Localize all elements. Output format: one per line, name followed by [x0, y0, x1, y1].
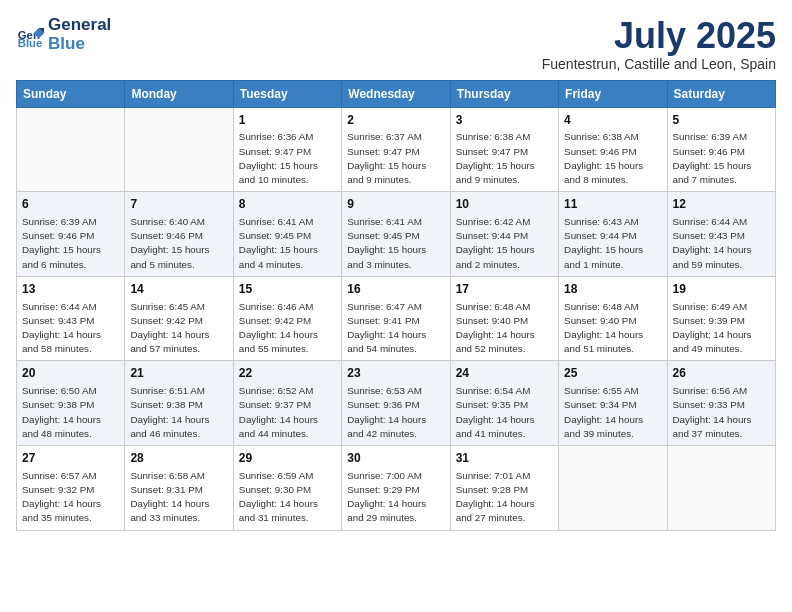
day-cell: 27Sunrise: 6:57 AM Sunset: 9:32 PM Dayli…	[17, 446, 125, 531]
day-number: 1	[239, 112, 336, 129]
weekday-header-saturday: Saturday	[667, 80, 775, 107]
day-cell: 30Sunrise: 7:00 AM Sunset: 9:29 PM Dayli…	[342, 446, 450, 531]
day-detail: Sunrise: 6:38 AM Sunset: 9:47 PM Dayligh…	[456, 130, 553, 187]
day-cell: 18Sunrise: 6:48 AM Sunset: 9:40 PM Dayli…	[559, 276, 667, 361]
day-cell: 4Sunrise: 6:38 AM Sunset: 9:46 PM Daylig…	[559, 107, 667, 192]
day-detail: Sunrise: 6:55 AM Sunset: 9:34 PM Dayligh…	[564, 384, 661, 441]
day-cell: 22Sunrise: 6:52 AM Sunset: 9:37 PM Dayli…	[233, 361, 341, 446]
weekday-header-wednesday: Wednesday	[342, 80, 450, 107]
day-number: 15	[239, 281, 336, 298]
day-cell: 14Sunrise: 6:45 AM Sunset: 9:42 PM Dayli…	[125, 276, 233, 361]
day-number: 17	[456, 281, 553, 298]
day-detail: Sunrise: 6:59 AM Sunset: 9:30 PM Dayligh…	[239, 469, 336, 526]
day-number: 14	[130, 281, 227, 298]
day-detail: Sunrise: 6:45 AM Sunset: 9:42 PM Dayligh…	[130, 300, 227, 357]
day-cell: 29Sunrise: 6:59 AM Sunset: 9:30 PM Dayli…	[233, 446, 341, 531]
calendar: SundayMondayTuesdayWednesdayThursdayFrid…	[16, 80, 776, 531]
day-cell	[559, 446, 667, 531]
day-detail: Sunrise: 7:00 AM Sunset: 9:29 PM Dayligh…	[347, 469, 444, 526]
day-detail: Sunrise: 6:46 AM Sunset: 9:42 PM Dayligh…	[239, 300, 336, 357]
day-number: 22	[239, 365, 336, 382]
day-detail: Sunrise: 6:56 AM Sunset: 9:33 PM Dayligh…	[673, 384, 770, 441]
day-detail: Sunrise: 7:01 AM Sunset: 9:28 PM Dayligh…	[456, 469, 553, 526]
day-number: 12	[673, 196, 770, 213]
day-cell: 24Sunrise: 6:54 AM Sunset: 9:35 PM Dayli…	[450, 361, 558, 446]
day-detail: Sunrise: 6:50 AM Sunset: 9:38 PM Dayligh…	[22, 384, 119, 441]
day-cell: 16Sunrise: 6:47 AM Sunset: 9:41 PM Dayli…	[342, 276, 450, 361]
week-row-1: 1Sunrise: 6:36 AM Sunset: 9:47 PM Daylig…	[17, 107, 776, 192]
day-detail: Sunrise: 6:39 AM Sunset: 9:46 PM Dayligh…	[673, 130, 770, 187]
day-detail: Sunrise: 6:44 AM Sunset: 9:43 PM Dayligh…	[22, 300, 119, 357]
day-detail: Sunrise: 6:42 AM Sunset: 9:44 PM Dayligh…	[456, 215, 553, 272]
day-detail: Sunrise: 6:38 AM Sunset: 9:46 PM Dayligh…	[564, 130, 661, 187]
day-detail: Sunrise: 6:57 AM Sunset: 9:32 PM Dayligh…	[22, 469, 119, 526]
day-number: 19	[673, 281, 770, 298]
day-detail: Sunrise: 6:40 AM Sunset: 9:46 PM Dayligh…	[130, 215, 227, 272]
day-cell: 12Sunrise: 6:44 AM Sunset: 9:43 PM Dayli…	[667, 192, 775, 277]
day-cell: 1Sunrise: 6:36 AM Sunset: 9:47 PM Daylig…	[233, 107, 341, 192]
day-number: 20	[22, 365, 119, 382]
day-number: 26	[673, 365, 770, 382]
day-cell: 6Sunrise: 6:39 AM Sunset: 9:46 PM Daylig…	[17, 192, 125, 277]
day-cell: 3Sunrise: 6:38 AM Sunset: 9:47 PM Daylig…	[450, 107, 558, 192]
day-number: 4	[564, 112, 661, 129]
weekday-header-monday: Monday	[125, 80, 233, 107]
day-cell: 21Sunrise: 6:51 AM Sunset: 9:38 PM Dayli…	[125, 361, 233, 446]
logo-line1: General	[48, 16, 111, 35]
day-cell: 20Sunrise: 6:50 AM Sunset: 9:38 PM Dayli…	[17, 361, 125, 446]
day-number: 7	[130, 196, 227, 213]
day-detail: Sunrise: 6:54 AM Sunset: 9:35 PM Dayligh…	[456, 384, 553, 441]
weekday-header-friday: Friday	[559, 80, 667, 107]
day-detail: Sunrise: 6:36 AM Sunset: 9:47 PM Dayligh…	[239, 130, 336, 187]
logo: Gen Blue General Blue	[16, 16, 111, 53]
day-number: 5	[673, 112, 770, 129]
day-number: 6	[22, 196, 119, 213]
day-cell: 17Sunrise: 6:48 AM Sunset: 9:40 PM Dayli…	[450, 276, 558, 361]
svg-text:Blue: Blue	[18, 37, 43, 49]
day-cell	[125, 107, 233, 192]
week-row-3: 13Sunrise: 6:44 AM Sunset: 9:43 PM Dayli…	[17, 276, 776, 361]
month-title: July 2025	[542, 16, 776, 56]
day-number: 30	[347, 450, 444, 467]
day-cell: 9Sunrise: 6:41 AM Sunset: 9:45 PM Daylig…	[342, 192, 450, 277]
weekday-header-tuesday: Tuesday	[233, 80, 341, 107]
day-detail: Sunrise: 6:48 AM Sunset: 9:40 PM Dayligh…	[456, 300, 553, 357]
day-number: 25	[564, 365, 661, 382]
week-row-4: 20Sunrise: 6:50 AM Sunset: 9:38 PM Dayli…	[17, 361, 776, 446]
day-detail: Sunrise: 6:53 AM Sunset: 9:36 PM Dayligh…	[347, 384, 444, 441]
day-number: 11	[564, 196, 661, 213]
day-detail: Sunrise: 6:48 AM Sunset: 9:40 PM Dayligh…	[564, 300, 661, 357]
day-number: 10	[456, 196, 553, 213]
day-number: 29	[239, 450, 336, 467]
day-detail: Sunrise: 6:52 AM Sunset: 9:37 PM Dayligh…	[239, 384, 336, 441]
day-cell: 28Sunrise: 6:58 AM Sunset: 9:31 PM Dayli…	[125, 446, 233, 531]
day-detail: Sunrise: 6:37 AM Sunset: 9:47 PM Dayligh…	[347, 130, 444, 187]
day-detail: Sunrise: 6:43 AM Sunset: 9:44 PM Dayligh…	[564, 215, 661, 272]
day-number: 24	[456, 365, 553, 382]
day-cell: 8Sunrise: 6:41 AM Sunset: 9:45 PM Daylig…	[233, 192, 341, 277]
day-number: 2	[347, 112, 444, 129]
day-cell: 13Sunrise: 6:44 AM Sunset: 9:43 PM Dayli…	[17, 276, 125, 361]
weekday-header-row: SundayMondayTuesdayWednesdayThursdayFrid…	[17, 80, 776, 107]
day-detail: Sunrise: 6:41 AM Sunset: 9:45 PM Dayligh…	[347, 215, 444, 272]
day-cell: 26Sunrise: 6:56 AM Sunset: 9:33 PM Dayli…	[667, 361, 775, 446]
weekday-header-sunday: Sunday	[17, 80, 125, 107]
day-detail: Sunrise: 6:49 AM Sunset: 9:39 PM Dayligh…	[673, 300, 770, 357]
day-number: 8	[239, 196, 336, 213]
day-detail: Sunrise: 6:39 AM Sunset: 9:46 PM Dayligh…	[22, 215, 119, 272]
day-number: 3	[456, 112, 553, 129]
day-cell: 31Sunrise: 7:01 AM Sunset: 9:28 PM Dayli…	[450, 446, 558, 531]
day-number: 28	[130, 450, 227, 467]
day-detail: Sunrise: 6:51 AM Sunset: 9:38 PM Dayligh…	[130, 384, 227, 441]
day-cell: 7Sunrise: 6:40 AM Sunset: 9:46 PM Daylig…	[125, 192, 233, 277]
day-cell: 19Sunrise: 6:49 AM Sunset: 9:39 PM Dayli…	[667, 276, 775, 361]
week-row-2: 6Sunrise: 6:39 AM Sunset: 9:46 PM Daylig…	[17, 192, 776, 277]
day-number: 31	[456, 450, 553, 467]
day-number: 21	[130, 365, 227, 382]
day-number: 23	[347, 365, 444, 382]
day-detail: Sunrise: 6:58 AM Sunset: 9:31 PM Dayligh…	[130, 469, 227, 526]
day-number: 13	[22, 281, 119, 298]
day-cell: 23Sunrise: 6:53 AM Sunset: 9:36 PM Dayli…	[342, 361, 450, 446]
day-cell: 10Sunrise: 6:42 AM Sunset: 9:44 PM Dayli…	[450, 192, 558, 277]
day-cell: 25Sunrise: 6:55 AM Sunset: 9:34 PM Dayli…	[559, 361, 667, 446]
